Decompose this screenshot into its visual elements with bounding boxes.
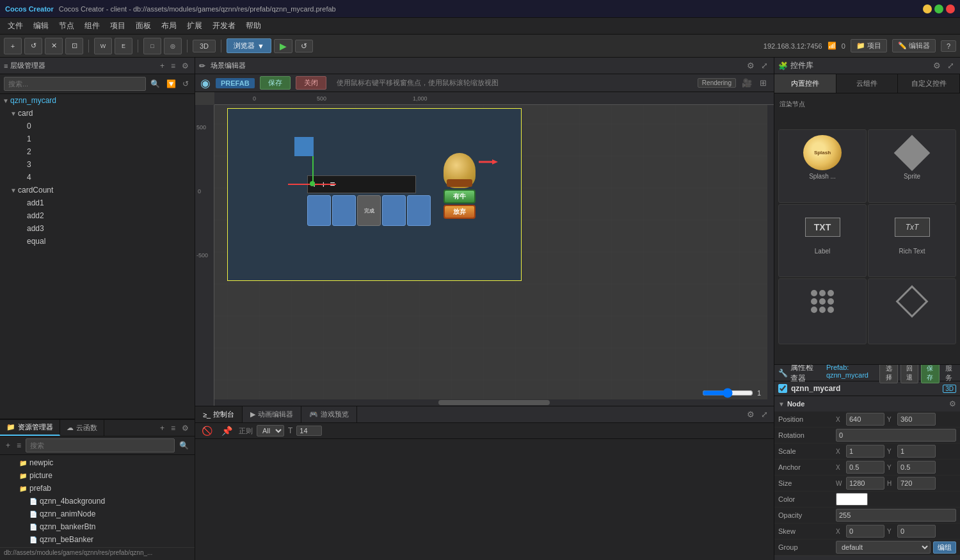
assets-tool-btn2[interactable]: ≡	[15, 440, 23, 451]
props-service-tab[interactable]: 服务	[942, 365, 956, 383]
add-node-button[interactable]: +	[4, 38, 22, 54]
tree-node-0[interactable]: 0	[0, 120, 195, 132]
menu-help[interactable]: 帮助	[241, 19, 266, 33]
bottom-settings-button[interactable]: ⚙	[745, 409, 756, 420]
menu-dev[interactable]: 开发者	[207, 19, 241, 33]
minimize-button[interactable]	[923, 4, 932, 13]
tab-custom-controls[interactable]: 自定义控件	[898, 74, 960, 93]
assets-sort-button[interactable]: ≡	[169, 423, 177, 433]
browser-button[interactable]: 浏览器 ▼	[227, 38, 271, 53]
tree-node-1[interactable]: 1	[0, 132, 195, 145]
return-button[interactable]: 回退	[900, 365, 918, 383]
size-w-input[interactable]	[846, 477, 884, 490]
tree-node-equal[interactable]: equal	[0, 235, 195, 248]
console-font-size[interactable]	[296, 426, 322, 436]
tree-node-2[interactable]: 2	[0, 145, 195, 158]
reload-button[interactable]: ↺	[295, 40, 313, 52]
group-select[interactable]: default	[836, 541, 931, 554]
scene-toggle-button[interactable]: ⊞	[758, 77, 769, 88]
size-h-input[interactable]	[897, 477, 936, 490]
tab-preview[interactable]: 🎮 游戏预览	[301, 406, 357, 422]
tree-node-add1[interactable]: add1	[0, 196, 195, 209]
zoom-slider[interactable]	[702, 388, 753, 398]
asset-qznn-bankerBtn[interactable]: 📄 qznn_bankerBtn	[0, 520, 195, 533]
hierarchy-refresh-button[interactable]: ↺	[180, 79, 191, 89]
tree-node-add2[interactable]: add2	[0, 209, 195, 222]
node-section-header[interactable]: ▼ Node ⚙	[774, 396, 960, 412]
play-button[interactable]: ▶	[274, 39, 292, 53]
tree-node-add3[interactable]: add3	[0, 222, 195, 235]
controls-maximize-button[interactable]: ⤢	[945, 60, 956, 71]
menu-file[interactable]: 文件	[3, 19, 28, 33]
settings-button[interactable]: ⊡	[65, 38, 83, 54]
control-sprite[interactable]: Sprite	[868, 129, 956, 202]
anchor-y-input[interactable]	[897, 461, 936, 474]
scale-y-input[interactable]	[897, 445, 936, 458]
skew-y-input[interactable]	[897, 525, 936, 538]
component-header[interactable]: ▼ qznn_mycard ⚙	[774, 556, 960, 560]
asset-qznn-4background[interactable]: 📄 qznn_4background	[0, 495, 195, 508]
hierarchy-search-button[interactable]: 🔍	[148, 79, 162, 89]
tree-node-card[interactable]: ▼ card	[0, 107, 195, 120]
close-button[interactable]	[946, 4, 955, 13]
refresh-button[interactable]: ↺	[24, 38, 42, 54]
menu-edit[interactable]: 编辑	[28, 19, 54, 33]
menu-extend[interactable]: 扩展	[182, 19, 207, 33]
node-gear-icon[interactable]: ⚙	[949, 399, 956, 408]
control-particle[interactable]	[778, 278, 867, 344]
asset-qznn-animNode[interactable]: 📄 qznn_animNode	[0, 508, 195, 520]
menu-layout[interactable]: 布局	[156, 19, 182, 33]
group-edit-button[interactable]: 编组	[933, 541, 956, 554]
assets-tool-btn1[interactable]: +	[4, 440, 12, 451]
rotation-input[interactable]	[836, 429, 956, 442]
hierarchy-add-button[interactable]: +	[158, 61, 166, 71]
scale-x-input[interactable]	[846, 445, 884, 458]
asset-qznn-beBanker[interactable]: 📄 qznn_beBanker	[0, 533, 195, 546]
gizmo-btn-2[interactable]: ◎	[164, 38, 182, 54]
maximize-button[interactable]	[934, 4, 943, 13]
scrollbar-horizontal[interactable]	[214, 399, 774, 406]
scrollbar-h-thumb[interactable]	[438, 400, 550, 405]
anchor-x-input[interactable]	[846, 461, 884, 474]
tab-cloud-components[interactable]: 云组件	[836, 74, 899, 93]
help-button[interactable]: ?	[941, 40, 956, 52]
tool-btn-1[interactable]: W	[94, 38, 112, 54]
hierarchy-settings-button[interactable]: ⚙	[180, 61, 191, 71]
tree-node-cardCount[interactable]: ▼ cardCount	[0, 184, 195, 196]
opacity-input[interactable]	[836, 509, 956, 522]
menu-component[interactable]: 组件	[79, 19, 105, 33]
project-button[interactable]: 📁 项目	[851, 39, 887, 52]
menu-panel[interactable]: 面板	[131, 19, 156, 33]
position-y-input[interactable]	[897, 413, 936, 426]
tab-cloud-functions[interactable]: ☁ 云函数	[60, 420, 104, 436]
node-enabled-checkbox[interactable]	[778, 384, 787, 393]
select-button[interactable]: 选择	[879, 365, 897, 383]
tab-builtin-controls[interactable]: 内置控件	[774, 74, 836, 93]
control-splash[interactable]: Splash Splash ...	[778, 129, 867, 202]
scene-close-button[interactable]: 关闭	[296, 76, 326, 90]
tab-prefab-btn[interactable]: Prefab: qznn_mycard	[824, 365, 877, 383]
scene-maximize-button[interactable]: ⤢	[759, 60, 770, 71]
console-lock-button[interactable]: 📌	[219, 425, 235, 436]
menu-node[interactable]: 节点	[54, 19, 79, 33]
tab-assets[interactable]: 📁 资源管理器	[0, 420, 60, 436]
hierarchy-search-input[interactable]	[4, 77, 146, 91]
transform-button[interactable]: ✕	[45, 38, 63, 54]
3d-toggle-button[interactable]: 3D	[193, 40, 216, 52]
tree-node-3[interactable]: 3	[0, 158, 195, 171]
bottom-maximize-button[interactable]: ⤢	[759, 409, 770, 420]
hierarchy-filter-button[interactable]: 🔽	[164, 79, 178, 89]
color-picker[interactable]	[836, 493, 868, 506]
skew-x-input[interactable]	[846, 525, 884, 538]
scene-save-button[interactable]: 保存	[260, 76, 291, 90]
assets-search-input[interactable]	[26, 438, 175, 452]
scene-settings-button[interactable]: ⚙	[745, 60, 756, 71]
tree-node-4[interactable]: 4	[0, 171, 195, 184]
tool-btn-2[interactable]: E	[115, 38, 132, 54]
scene-canvas[interactable]: 0 500 1,000 500 0 -500	[195, 92, 774, 406]
asset-prefab-folder[interactable]: 📁 prefab	[0, 482, 195, 495]
control-motion[interactable]	[868, 278, 956, 344]
menu-project[interactable]: 项目	[105, 19, 131, 33]
position-x-input[interactable]	[846, 413, 884, 426]
controls-settings-button[interactable]: ⚙	[931, 60, 943, 71]
